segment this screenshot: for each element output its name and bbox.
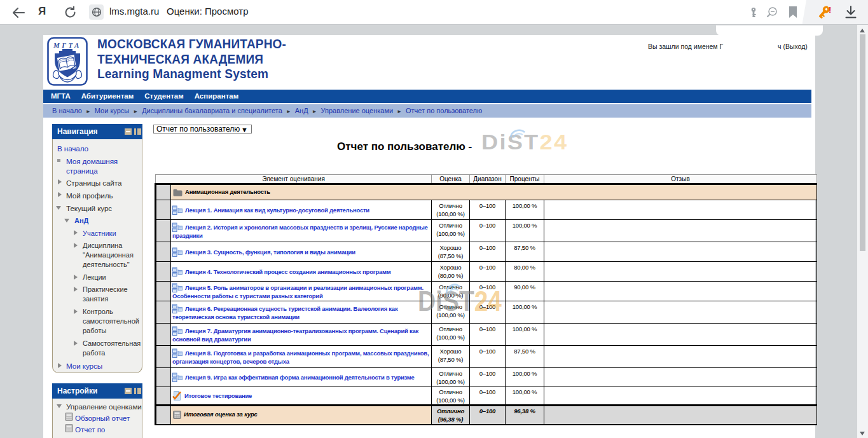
svg-text:!: ! [829, 5, 831, 15]
svg-text:МГТА: МГТА [53, 41, 81, 49]
